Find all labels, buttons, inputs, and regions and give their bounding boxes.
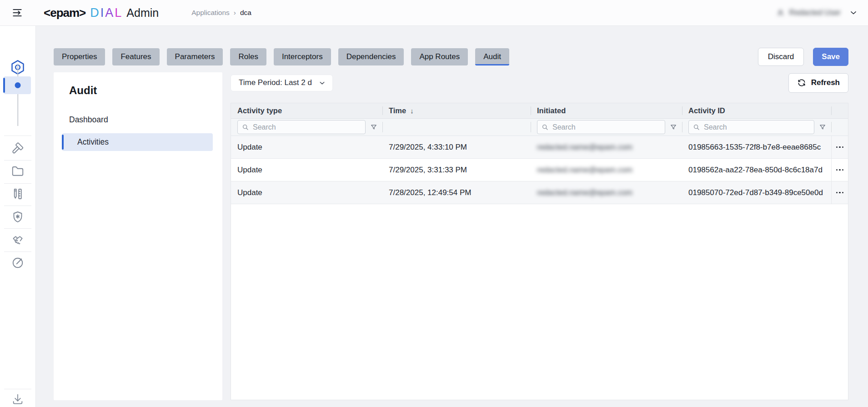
search-icon — [242, 124, 249, 131]
chevron-down-icon — [318, 79, 326, 87]
chevron-down-icon — [849, 8, 858, 17]
gauge-icon — [11, 256, 25, 270]
activity-type-search[interactable] — [237, 120, 366, 134]
pencil-ruler-icon — [11, 187, 25, 201]
tree-connector-line — [17, 64, 18, 126]
table-empty-area — [231, 204, 848, 400]
initiated-search[interactable] — [537, 120, 665, 134]
initiated-search-input[interactable] — [552, 123, 661, 131]
tab-roles[interactable]: Roles — [230, 48, 266, 65]
tab-parameters[interactable]: Parameters — [167, 48, 223, 65]
ellipsis-menu-icon — [836, 169, 844, 171]
dial-wordmark: DIAL — [90, 6, 123, 20]
folder-icon — [11, 165, 25, 178]
cell-initiated-blurred: redacted.name@epam.com — [531, 181, 682, 204]
column-header-activity-type[interactable]: Activity type — [231, 103, 382, 118]
sidebar-item-files[interactable] — [11, 165, 25, 178]
user-menu[interactable]: Redacted User — [776, 8, 858, 17]
ellipsis-menu-icon — [836, 146, 844, 148]
download-icon — [11, 392, 24, 405]
sidebar-item-design[interactable] — [11, 187, 25, 201]
sidebar-item-roles[interactable] — [11, 210, 25, 224]
sidebar-item-partners[interactable] — [11, 233, 25, 246]
tree-node-dot-icon — [15, 82, 21, 88]
sort-desc-icon: ↓ — [410, 107, 414, 115]
audit-panel-title: Audit — [69, 84, 213, 97]
row-actions-button[interactable] — [831, 159, 848, 181]
app-root: <epam> DIAL Admin Applications › dca Red… — [0, 0, 868, 407]
breadcrumb-applications[interactable]: Applications — [191, 9, 230, 17]
sidebar-item-export[interactable] — [11, 392, 25, 406]
cell-activity-type: Update — [231, 181, 382, 204]
breadcrumb-current: dca — [240, 9, 251, 17]
sidebar-divider — [4, 183, 31, 184]
column-header-activity-id[interactable]: Activity ID — [682, 103, 831, 118]
sidebar-collapse-button[interactable] — [10, 5, 25, 20]
discard-button[interactable]: Discard — [758, 48, 804, 66]
activity-id-search[interactable] — [688, 120, 814, 134]
refresh-button[interactable]: Refresh — [788, 73, 848, 93]
sidebar-divider — [4, 251, 31, 252]
user-name-blurred: Redacted User — [789, 8, 841, 17]
activity-id-search-input[interactable] — [704, 123, 810, 131]
column-header-actions — [831, 103, 848, 118]
audit-nav-item-activities[interactable]: Activities — [62, 133, 213, 151]
row-actions-button[interactable] — [831, 181, 848, 204]
filter-funnel-icon[interactable] — [818, 123, 827, 131]
sidebar-item-dashboard[interactable] — [11, 256, 25, 270]
table-row[interactable]: Update 7/28/2025, 12:49:54 PM redacted.n… — [231, 181, 848, 204]
ellipsis-menu-icon — [836, 192, 844, 194]
sidebar-divider — [4, 228, 31, 229]
row-actions-button[interactable] — [831, 136, 848, 158]
sidebar-item-build[interactable] — [11, 141, 25, 155]
activity-type-search-input[interactable] — [253, 123, 361, 131]
filter-cell-activity-id — [682, 119, 831, 136]
filter-cell-initiated — [531, 119, 682, 136]
audit-nav-item-dashboard[interactable]: Dashboard — [62, 111, 213, 129]
sidebar-divider — [4, 389, 31, 389]
column-header-time[interactable]: Time↓ — [382, 103, 531, 118]
breadcrumb: Applications › dca — [191, 9, 251, 17]
tab-app-routes[interactable]: App Routes — [411, 48, 468, 65]
filter-cell-activity-type — [231, 119, 382, 136]
icon-sidebar — [0, 26, 36, 407]
time-period-label: Time Period: Last 2 d — [239, 78, 312, 87]
cell-activity-id: 0198562a-aa22-78ea-850d-8c6c18a7d — [682, 159, 831, 181]
cell-activity-id: 01985070-72ed-7d87-b349-89ce50e0d — [682, 181, 831, 204]
table-header-row: Activity type Time↓ Initiated Activity I… — [231, 103, 848, 119]
filter-funnel-icon[interactable] — [669, 123, 677, 131]
app-logo: <epam> DIAL Admin — [44, 6, 159, 20]
save-button[interactable]: Save — [813, 48, 848, 66]
user-icon — [776, 9, 785, 17]
sidebar-divider — [4, 206, 31, 206]
column-header-initiated[interactable]: Initiated — [531, 103, 682, 118]
tab-dependencies[interactable]: Dependencies — [338, 48, 404, 65]
audit-nav-panel: Audit Dashboard Activities — [54, 72, 222, 400]
cell-activity-type: Update — [231, 136, 382, 158]
search-icon — [542, 124, 549, 131]
sidebar-divider — [4, 160, 31, 161]
epam-wordmark: <epam> — [44, 6, 85, 20]
tab-features[interactable]: Features — [112, 48, 159, 65]
tab-interceptors[interactable]: Interceptors — [274, 48, 331, 65]
search-icon — [693, 124, 700, 131]
filter-funnel-icon[interactable] — [370, 123, 378, 131]
activities-table: Activity type Time↓ Initiated Activity I… — [231, 103, 848, 400]
hammer-icon — [11, 141, 25, 155]
table-row[interactable]: Update 7/29/2025, 3:31:33 PM redacted.na… — [231, 159, 848, 181]
time-period-dropdown[interactable]: Time Period: Last 2 d — [231, 75, 333, 91]
shield-star-icon — [11, 210, 25, 224]
breadcrumb-separator-icon: › — [234, 9, 236, 17]
cell-time: 7/28/2025, 12:49:54 PM — [382, 181, 531, 204]
cell-time: 7/29/2025, 3:31:33 PM — [382, 159, 531, 181]
table-row[interactable]: Update 7/29/2025, 4:33:10 PM redacted.na… — [231, 136, 848, 159]
sidebar-divider — [4, 136, 31, 136]
main-content: Properties Features Parameters Roles Int… — [36, 26, 868, 407]
entity-tabs: Properties Features Parameters Roles Int… — [54, 48, 848, 66]
cell-initiated-blurred: redacted.name@epam.com — [531, 136, 682, 158]
refresh-label: Refresh — [811, 78, 840, 87]
tab-audit[interactable]: Audit — [475, 48, 509, 65]
activities-section: Time Period: Last 2 d Refresh — [231, 72, 848, 400]
user-menu-chevron-button[interactable] — [849, 8, 858, 17]
tab-properties[interactable]: Properties — [54, 48, 105, 65]
